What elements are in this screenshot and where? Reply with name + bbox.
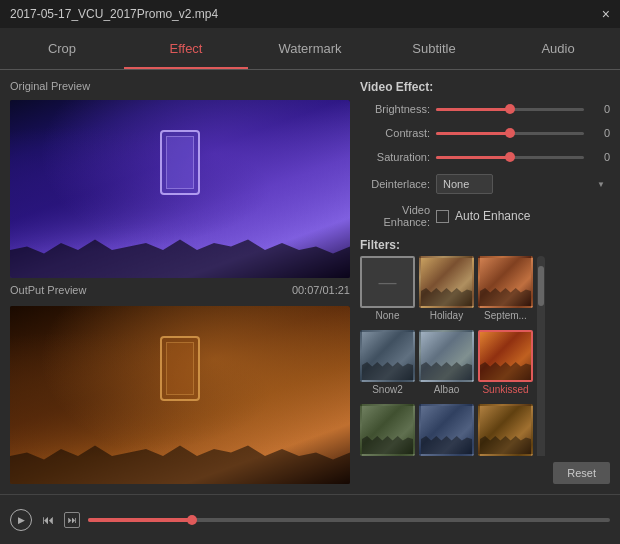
filter-thumb-september (478, 256, 533, 308)
contrast-slider-container (436, 126, 584, 140)
filter-label-sunkissed: Sunkissed (482, 384, 528, 395)
enhance-label: Video Enhance: (360, 204, 430, 228)
filter-item-holiday[interactable]: Holiday (419, 256, 474, 326)
deinterlace-row: Deinterlace: None Blend Bob (360, 174, 610, 194)
contrast-value: 0 (590, 127, 610, 139)
main-content: Original Preview OutPut Preview 00:07/01… (0, 70, 620, 494)
filter-concert-sunkissed (480, 332, 531, 380)
left-panel: Original Preview OutPut Preview 00:07/01… (10, 80, 350, 484)
filter-item-none[interactable]: — None (360, 256, 415, 326)
filter-concert-willow (362, 406, 413, 454)
brightness-track[interactable] (436, 108, 584, 111)
deinterlace-select[interactable]: None Blend Bob (436, 174, 493, 194)
saturation-fill (436, 156, 510, 159)
saturation-label: Saturation: (360, 151, 430, 163)
crowd-original (10, 208, 350, 278)
deinterlace-select-wrapper: None Blend Bob (436, 174, 610, 194)
brightness-slider-container (436, 102, 584, 116)
filters-section: Filters: — None Holida (360, 238, 610, 484)
play-button[interactable]: ▶ (10, 509, 32, 531)
filter-thumb-willow (360, 404, 415, 456)
auto-enhance-checkbox[interactable] (436, 210, 449, 223)
original-preview (10, 100, 350, 278)
deinterlace-label: Deinterlace: (360, 178, 430, 190)
scrollbar-thumb[interactable] (538, 266, 544, 306)
filter-concert-holiday (421, 258, 472, 306)
brightness-row: Brightness: 0 (360, 102, 610, 116)
original-preview-label: Original Preview (10, 80, 350, 92)
output-preview (10, 306, 350, 484)
filter-label-holiday: Holiday (430, 310, 463, 321)
filter-thumb-albao (419, 330, 474, 382)
brightness-thumb[interactable] (505, 104, 515, 114)
output-header: OutPut Preview 00:07/01:21 (10, 284, 350, 298)
saturation-slider-container (436, 150, 584, 164)
contrast-track[interactable] (436, 132, 584, 135)
reset-row: Reset (360, 462, 610, 484)
right-panel: Video Effect: Brightness: 0 Contrast: 0 (360, 80, 610, 484)
filter-thumb-sunkissed (478, 330, 533, 382)
filter-label-september: Septem... (484, 310, 527, 321)
saturation-thumb[interactable] (505, 152, 515, 162)
playback-bar: ▶ ⏮ ⏭ (0, 494, 620, 544)
phone-shape-original (160, 130, 200, 195)
tab-crop[interactable]: Crop (0, 28, 124, 69)
enhance-row: Video Enhance: Auto Enhance (360, 204, 610, 228)
filters-label: Filters: (360, 238, 610, 252)
output-preview-label: OutPut Preview (10, 284, 86, 296)
crowd-output (10, 414, 350, 484)
filter-item-sunkissed[interactable]: Sunkissed (478, 330, 533, 400)
filter-item-snow2[interactable]: Snow2 (360, 330, 415, 400)
progress-thumb[interactable] (187, 515, 197, 525)
filter-item-september[interactable]: Septem... (478, 256, 533, 326)
none-icon: — (379, 272, 397, 293)
filter-item-willow[interactable]: Willow (360, 404, 415, 456)
brightness-value: 0 (590, 103, 610, 115)
contrast-row: Contrast: 0 (360, 126, 610, 140)
tab-watermark[interactable]: Watermark (248, 28, 372, 69)
filter-label-snow2: Snow2 (372, 384, 403, 395)
contrast-thumb[interactable] (505, 128, 515, 138)
filter-thumb-holiday (419, 256, 474, 308)
prev-button[interactable]: ⏮ (40, 511, 56, 529)
filters-grid-wrapper: — None Holiday (360, 256, 610, 456)
filter-label-albao: Albao (434, 384, 460, 395)
filter-concert-september (480, 258, 531, 306)
reset-button[interactable]: Reset (553, 462, 610, 484)
filter-thumb-none: — (360, 256, 415, 308)
contrast-label: Contrast: (360, 127, 430, 139)
filter-item-albao[interactable]: Albao (419, 330, 474, 400)
filter-concert-snow2 (362, 332, 413, 380)
tab-effect[interactable]: Effect (124, 28, 248, 69)
close-button[interactable]: × (602, 7, 610, 21)
filter-item-simpleel[interactable]: SimpleEl... (419, 404, 474, 456)
tab-audio[interactable]: Audio (496, 28, 620, 69)
progress-bar[interactable] (88, 518, 610, 522)
filter-concert-albao (421, 332, 472, 380)
filters-grid: — None Holiday (360, 256, 533, 456)
saturation-track[interactable] (436, 156, 584, 159)
filter-thumb-snow2 (360, 330, 415, 382)
filter-thumb-simpleel (419, 404, 474, 456)
filter-thumb-retro (478, 404, 533, 456)
filter-concert-retro (480, 406, 531, 454)
tab-bar: Crop Effect Watermark Subtitle Audio (0, 28, 620, 70)
timestamp: 00:07/01:21 (292, 284, 350, 296)
brightness-label: Brightness: (360, 103, 430, 115)
saturation-value: 0 (590, 151, 610, 163)
filters-scrollbar[interactable] (537, 256, 545, 456)
filter-concert-simpleel (421, 406, 472, 454)
progress-fill (88, 518, 192, 522)
auto-enhance-text: Auto Enhance (455, 209, 530, 223)
phone-shape-output (160, 336, 200, 401)
contrast-fill (436, 132, 510, 135)
filter-item-retro[interactable]: Retro (478, 404, 533, 456)
window-title: 2017-05-17_VCU_2017Promo_v2.mp4 (10, 7, 218, 21)
saturation-row: Saturation: 0 (360, 150, 610, 164)
tab-subtitle[interactable]: Subtitle (372, 28, 496, 69)
filter-label-none: None (376, 310, 400, 321)
brightness-fill (436, 108, 510, 111)
video-effect-title: Video Effect: (360, 80, 610, 94)
title-bar: 2017-05-17_VCU_2017Promo_v2.mp4 × (0, 0, 620, 28)
skip-button[interactable]: ⏭ (64, 512, 80, 528)
